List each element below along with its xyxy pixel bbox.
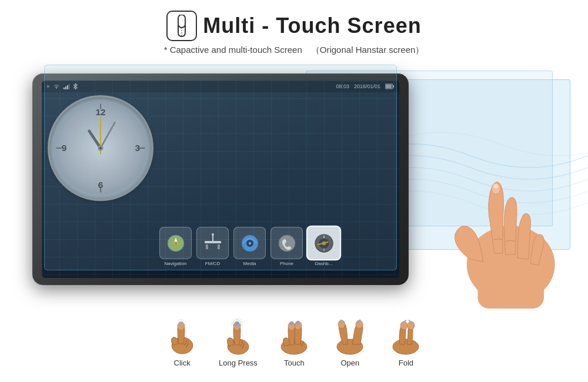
gesture-touch: Touch — [275, 317, 313, 367]
click-svg — [166, 319, 198, 354]
svg-point-39 — [494, 184, 499, 189]
hand-svg — [417, 132, 582, 309]
device-frame: × — [32, 73, 409, 285]
svg-point-57 — [393, 339, 419, 354]
app-phone-label: Phone — [280, 261, 293, 266]
device-area: × — [0, 62, 588, 309]
app-navigation: Navigation — [159, 227, 192, 266]
navigation-img — [165, 233, 186, 254]
svg-point-28 — [212, 233, 214, 236]
touch-gesture-icon — [275, 317, 313, 356]
app-phone: Phone — [270, 227, 303, 266]
app-navigation-label: Navigation — [165, 261, 187, 266]
svg-point-31 — [249, 242, 251, 244]
svg-line-18 — [101, 123, 115, 149]
app-fmcd-icon — [196, 227, 229, 259]
gesture-open: Open — [331, 317, 369, 367]
title-row: Multi - Touch Screen — [166, 11, 421, 41]
svg-point-46 — [235, 321, 239, 326]
header-section: Multi - Touch Screen * Capactive and mul… — [0, 0, 588, 62]
svg-line-17 — [89, 131, 101, 148]
app-navigation-icon — [159, 227, 192, 259]
open-svg — [331, 317, 369, 356]
svg-point-21 — [99, 147, 102, 149]
svg-rect-25 — [206, 244, 208, 249]
main-title: Multi - Touch Screen — [203, 14, 421, 38]
click-label: Click — [174, 358, 191, 367]
apps-area: Navigation FM/CD — [159, 227, 393, 266]
app-dashboard-label: Dashb... — [315, 261, 333, 266]
svg-rect-37 — [478, 276, 544, 309]
app-media: Media — [233, 227, 266, 266]
svg-text:6: 6 — [98, 180, 103, 190]
gesture-click: Click — [163, 317, 201, 367]
app-media-icon — [233, 227, 266, 259]
gesture-fold: Fold — [387, 317, 425, 367]
open-label: Open — [340, 358, 359, 367]
gestures-area: Click Long Press — [0, 309, 588, 367]
device-screen: × — [42, 81, 399, 278]
clock-face: 12 3 6 9 — [48, 95, 153, 201]
app-media-label: Media — [243, 261, 256, 266]
svg-point-58 — [400, 321, 407, 330]
app-phone-icon — [270, 227, 303, 259]
touch-icon-box — [166, 11, 197, 41]
clock-area: 12 3 6 9 — [48, 95, 153, 201]
fold-svg — [387, 317, 425, 356]
long-press-label: Long Press — [219, 358, 258, 367]
app-dashboard: Dashb... — [308, 227, 340, 266]
click-gesture-icon — [163, 317, 201, 356]
media-img — [239, 233, 260, 254]
svg-point-52 — [290, 321, 293, 325]
app-fmcd-label: FM/CD — [205, 261, 220, 266]
dashboard-img — [312, 232, 335, 254]
svg-rect-0 — [178, 15, 185, 28]
touch-label: Touch — [284, 358, 305, 367]
svg-text:9: 9 — [62, 143, 67, 153]
svg-point-59 — [407, 321, 415, 330]
long-press-gesture-icon — [219, 317, 257, 356]
app-dashboard-icon — [306, 226, 341, 260]
svg-text:12: 12 — [95, 107, 105, 117]
long-press-svg — [222, 317, 254, 356]
open-gesture-icon — [331, 317, 369, 356]
fold-gesture-icon — [387, 317, 425, 356]
hand-area — [417, 132, 582, 309]
fmcd-img — [202, 233, 223, 254]
fold-label: Fold — [399, 358, 413, 367]
clock-svg: 12 3 6 9 — [49, 97, 152, 199]
svg-point-23 — [174, 242, 178, 245]
hand-tap-icon — [172, 15, 191, 37]
phone-img — [276, 233, 298, 254]
app-fmcd: FM/CD — [196, 227, 229, 266]
gesture-long-press: Long Press — [219, 317, 258, 367]
svg-rect-24 — [205, 241, 221, 243]
svg-text:3: 3 — [135, 143, 141, 153]
subtitle: * Capactive and multi-touch Screen （Orig… — [164, 45, 425, 56]
svg-point-53 — [296, 321, 300, 324]
touch-svg — [275, 317, 313, 356]
svg-rect-26 — [218, 244, 220, 249]
